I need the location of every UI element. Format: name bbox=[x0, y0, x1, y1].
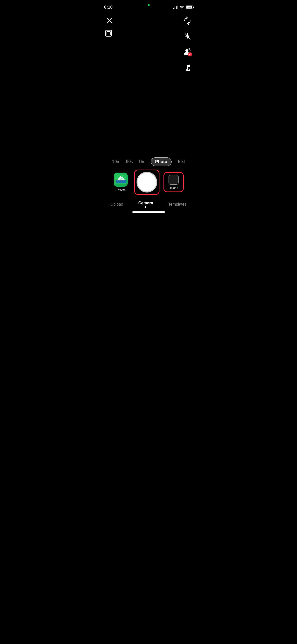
viewfinder-icon bbox=[104, 28, 114, 38]
close-button[interactable] bbox=[104, 15, 115, 26]
music-button[interactable] bbox=[182, 62, 193, 73]
battery-level: 59 bbox=[188, 6, 191, 9]
nav-camera[interactable]: Camera bbox=[138, 201, 153, 205]
svg-point-0 bbox=[185, 49, 188, 52]
mode-15s[interactable]: 15s bbox=[138, 159, 145, 164]
top-controls: ✦ ✦ ✓ bbox=[99, 13, 198, 76]
avatar-badge: ✓ bbox=[188, 52, 192, 56]
svg-rect-3 bbox=[106, 30, 112, 36]
svg-rect-6 bbox=[116, 180, 126, 183]
effects-icon bbox=[114, 173, 128, 187]
effects-icon-svg bbox=[115, 175, 126, 184]
nav-templates[interactable]: Templates bbox=[168, 202, 187, 207]
upload-icon-box bbox=[169, 175, 179, 185]
check-icon: ✓ bbox=[189, 53, 191, 56]
bottom-nav: Upload Camera Templates bbox=[99, 198, 198, 210]
status-right: 59 bbox=[173, 6, 193, 9]
mode-60s[interactable]: 60s bbox=[126, 159, 133, 164]
nav-active-dot bbox=[145, 206, 146, 208]
shutter-circle bbox=[137, 172, 157, 192]
signal-bar-3 bbox=[176, 6, 177, 9]
flip-camera-button[interactable] bbox=[182, 15, 193, 26]
mode-10m[interactable]: 10m bbox=[112, 159, 120, 164]
effects-button[interactable]: Effects bbox=[114, 173, 128, 192]
flash-off-icon bbox=[184, 32, 191, 40]
mode-selector: 10m 60s 15s Photo Text bbox=[99, 154, 198, 170]
effects-label: Effects bbox=[116, 188, 126, 192]
shutter-button[interactable] bbox=[134, 170, 159, 195]
ai-avatar-button[interactable]: ✦ ✦ ✓ bbox=[182, 46, 193, 57]
shutter-red-border bbox=[134, 170, 159, 195]
upload-red-border: Upload bbox=[163, 172, 184, 192]
home-indicator bbox=[132, 211, 165, 213]
svg-rect-4 bbox=[107, 31, 110, 35]
signal-bar-2 bbox=[175, 7, 175, 9]
svg-text:✦: ✦ bbox=[189, 50, 191, 52]
flip-camera-icon bbox=[183, 16, 192, 25]
close-icon bbox=[106, 17, 113, 24]
nav-upload[interactable]: Upload bbox=[110, 202, 123, 207]
signal-bar-1 bbox=[173, 8, 174, 9]
flash-button[interactable] bbox=[182, 31, 193, 42]
viewfinder-button[interactable] bbox=[103, 28, 114, 39]
signal-bar-4 bbox=[177, 6, 178, 9]
battery-icon: 59 bbox=[186, 6, 193, 9]
status-bar: 6:10 59 bbox=[99, 0, 198, 13]
wifi-icon bbox=[179, 6, 184, 9]
status-time: 6:10 bbox=[104, 5, 113, 10]
music-note-icon bbox=[184, 63, 191, 72]
upload-label: Upload bbox=[169, 186, 178, 190]
capture-row: Effects Upload bbox=[99, 170, 198, 198]
right-controls: ✦ ✦ ✓ bbox=[182, 15, 193, 73]
signal-bars bbox=[173, 6, 178, 9]
bottom-area: 10m 60s 15s Photo Text Effects bbox=[99, 154, 198, 215]
mode-text[interactable]: Text bbox=[177, 159, 185, 164]
nav-camera-container: Camera bbox=[138, 201, 153, 208]
upload-button[interactable]: Upload bbox=[163, 172, 184, 192]
mode-photo[interactable]: Photo bbox=[151, 157, 172, 166]
